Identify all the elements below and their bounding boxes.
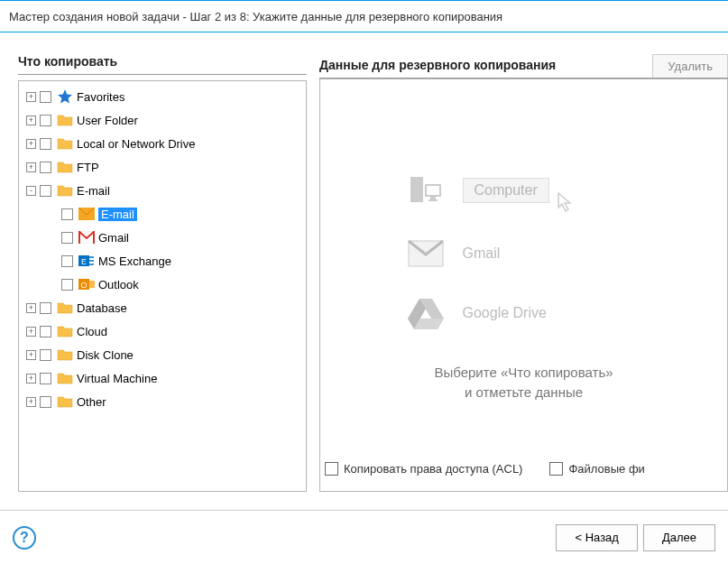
tree-item-gmail[interactable]: Gmail [21, 226, 304, 249]
filters-option[interactable]: Файловые фи [549, 462, 644, 476]
tree-item-database[interactable]: +Database [21, 296, 304, 319]
source-tree[interactable]: +Favorites+User Folder+Local or Network … [18, 80, 307, 492]
tree-label: MS Exchange [98, 254, 171, 268]
svg-rect-11 [427, 186, 439, 195]
left-panel-header: Что копировать [18, 54, 307, 75]
tree-checkbox[interactable] [61, 208, 73, 220]
help-icon[interactable]: ? [13, 526, 36, 550]
window-titlebar: Мастер создания новой задачи - Шаг 2 из … [0, 0, 728, 32]
svg-rect-8 [89, 281, 95, 288]
tree-label: E-mail [77, 184, 110, 198]
folder-icon [57, 347, 73, 362]
tree-item-other[interactable]: +Other [21, 390, 304, 413]
next-button[interactable]: Далее [643, 524, 715, 551]
tree-label: User Folder [77, 114, 138, 127]
delete-button[interactable]: Удалить [652, 54, 728, 78]
gdrive-icon [407, 294, 445, 332]
tree-checkbox[interactable] [40, 91, 51, 103]
svg-rect-9 [410, 177, 423, 202]
gmail-large-icon [407, 235, 445, 273]
preview-gmail-label: Gmail [463, 245, 501, 262]
tree-checkbox[interactable] [40, 373, 51, 384]
tree-label: FTP [77, 161, 99, 174]
tree-item-ftp[interactable]: +FTP [21, 155, 304, 179]
envelope-icon [78, 207, 95, 221]
preview-row-gmail: Gmail [407, 235, 641, 273]
preview-gdrive-label: Google Drive [463, 305, 547, 321]
tree-checkbox[interactable] [40, 138, 51, 150]
folder-icon [57, 136, 73, 151]
exchange-icon: E [78, 254, 95, 268]
folder-icon [57, 160, 73, 174]
preview-row-gdrive: Google Drive [407, 294, 641, 332]
svg-rect-13 [429, 199, 438, 201]
tree-label: Disk Clone [77, 348, 134, 362]
acl-checkbox[interactable] [325, 462, 338, 476]
left-panel: Что копировать +Favorites+User Folder+Lo… [18, 54, 307, 492]
expander-icon[interactable]: + [26, 327, 36, 337]
expander-icon[interactable]: + [26, 116, 36, 125]
svg-rect-12 [430, 197, 436, 199]
acl-option[interactable]: Копировать права доступа (ACL) [325, 462, 522, 476]
tree-item-outlook[interactable]: OOutlook [21, 273, 304, 296]
expander-icon[interactable]: + [26, 139, 36, 149]
svg-text:E: E [81, 257, 87, 266]
expander-icon[interactable]: + [26, 162, 36, 172]
footer: ? < Назад Далее [0, 510, 728, 564]
svg-rect-2 [78, 231, 80, 244]
tree-checkbox[interactable] [40, 302, 51, 314]
tree-checkbox[interactable] [40, 115, 51, 126]
folder-icon [57, 371, 73, 385]
expander-icon[interactable]: + [26, 374, 36, 384]
tree-item-email-root[interactable]: -E-mail [21, 179, 304, 202]
back-button[interactable]: < Назад [556, 524, 637, 551]
tree-item-cloud[interactable]: +Cloud [21, 319, 304, 343]
right-panel: Данные для резервного копирования Удалит… [319, 54, 728, 492]
tree-item-ms-exchange[interactable]: EMS Exchange [21, 249, 304, 273]
tree-label: Favorites [77, 90, 124, 104]
tree-label: Other [77, 395, 106, 409]
expander-icon[interactable]: + [26, 92, 36, 102]
expander-icon[interactable]: + [26, 397, 36, 407]
preview-computer-label: Computer [463, 178, 549, 203]
preview-row-computer: Computer [407, 168, 641, 213]
expander-icon[interactable]: - [26, 186, 36, 196]
tree-checkbox[interactable] [40, 326, 51, 337]
outlook-icon: O [78, 277, 95, 291]
tree-label: E-mail [98, 208, 137, 221]
tree-checkbox[interactable] [40, 396, 51, 408]
computer-icon [407, 171, 445, 209]
bottom-options: Копировать права доступа (ACL) Файловые … [325, 462, 728, 476]
folder-icon [57, 300, 73, 315]
folder-icon [57, 394, 73, 409]
svg-text:O: O [80, 281, 87, 290]
tree-label: Database [77, 301, 127, 315]
tree-label: Outlook [98, 278, 139, 291]
expander-icon[interactable]: + [26, 350, 36, 360]
tree-checkbox[interactable] [61, 232, 73, 244]
folder-icon [57, 113, 73, 127]
tree-item-virtual-machine[interactable]: +Virtual Machine [21, 366, 304, 390]
filters-checkbox[interactable] [549, 462, 563, 476]
svg-rect-3 [93, 231, 95, 244]
tree-checkbox[interactable] [61, 255, 73, 267]
tree-label: Local or Network Drive [77, 137, 196, 151]
preview-instructions: Выберите «Что копировать» и отметьте дан… [434, 363, 613, 403]
cursor-icon [557, 191, 578, 213]
preview-area: Computer Gmail Google Drive Выберите «Чт… [319, 79, 728, 492]
tree-checkbox[interactable] [40, 349, 51, 361]
tree-item-user-folder[interactable]: +User Folder [21, 108, 304, 132]
tree-checkbox[interactable] [40, 162, 51, 173]
tree-item-favorites[interactable]: +Favorites [21, 85, 304, 108]
window-title: Мастер создания новой задачи - Шаг 2 из … [9, 10, 502, 23]
expander-icon[interactable]: + [26, 303, 36, 313]
tree-checkbox[interactable] [61, 279, 73, 291]
tree-label: Gmail [98, 231, 129, 245]
tree-checkbox[interactable] [40, 185, 51, 197]
tree-item-disk-clone[interactable]: +Disk Clone [21, 343, 304, 366]
tree-item-email[interactable]: E-mail [21, 202, 304, 226]
right-panel-header: Данные для резервного копирования [319, 58, 652, 78]
tree-label: Virtual Machine [77, 372, 157, 385]
tree-label: Cloud [77, 325, 107, 338]
tree-item-local-drive[interactable]: +Local or Network Drive [21, 132, 304, 155]
